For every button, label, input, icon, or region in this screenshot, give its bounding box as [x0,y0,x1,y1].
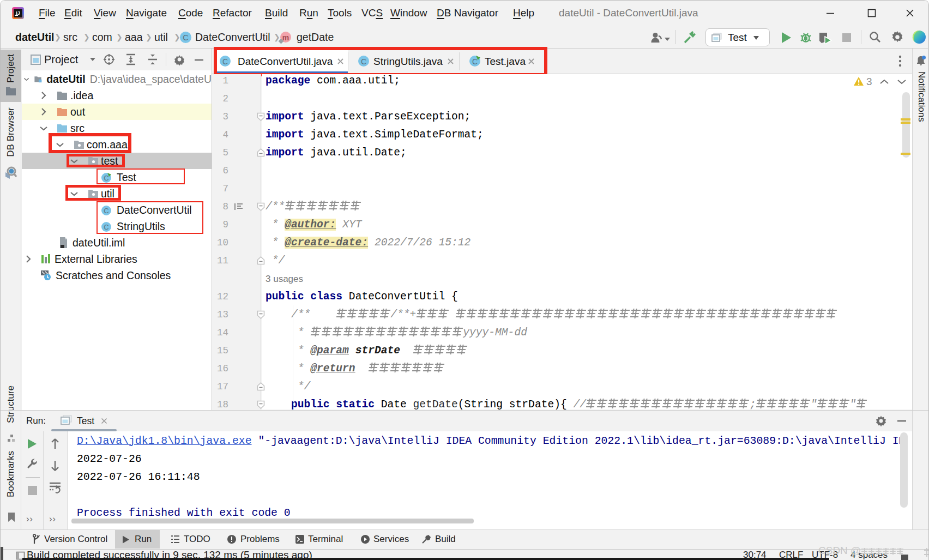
svg-text:C: C [183,33,188,42]
svg-text:m: m [282,33,289,42]
